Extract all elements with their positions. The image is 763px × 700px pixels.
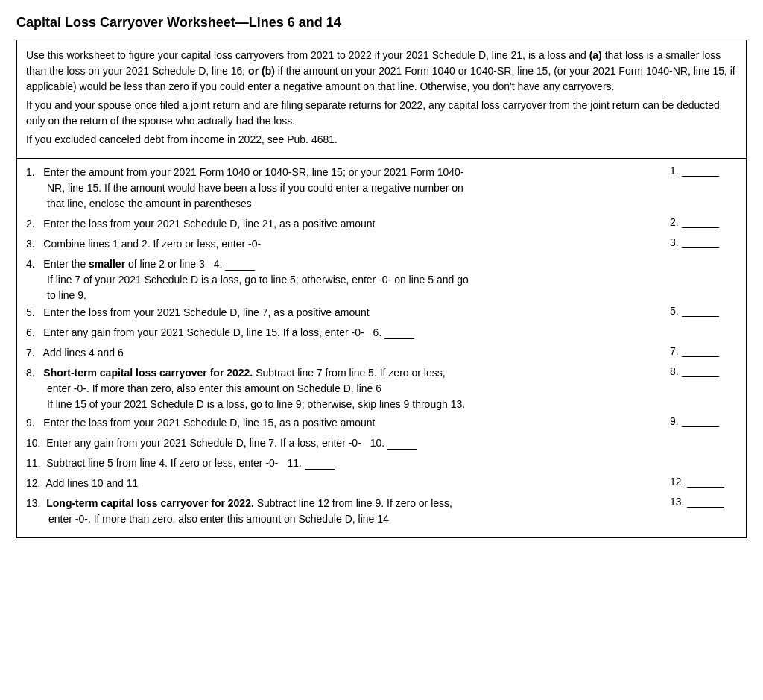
line-8-blank: [682, 365, 719, 377]
line-8-answer-label: 8.: [670, 365, 679, 377]
line-7-number: 7.: [26, 347, 40, 359]
line-6-inline-label: 6.: [373, 325, 382, 341]
line-9-number: 9.: [26, 417, 40, 429]
line-4-number: 4.: [26, 258, 40, 270]
line-1-text-cont2: that line, enclose the amount in parenth…: [47, 198, 252, 209]
line-4: 4. Enter the smaller of line 2 or line 3…: [26, 256, 737, 272]
line-1-text-cont: NR, line 15. If the amount would have be…: [47, 182, 463, 194]
line-1-number: 1.: [26, 166, 40, 178]
line-2-answer-label: 2.: [670, 216, 679, 228]
line-10-number: 10.: [26, 437, 43, 449]
line-3: 3. Combine lines 1 and 2. If zero or les…: [26, 236, 737, 252]
line-7-blank: [682, 345, 719, 357]
line-10: 10. Enter any gain from your 2021 Schedu…: [26, 435, 737, 451]
line-10-text: Enter any gain from your 2021 Schedule D…: [46, 437, 361, 449]
line-3-blank: [682, 236, 719, 248]
line-3-answer-label: 3.: [670, 236, 679, 248]
line-11-text: Subtract line 5 from line 4. If zero or …: [46, 457, 278, 469]
line-11: 11. Subtract line 5 from line 4. If zero…: [26, 455, 737, 471]
line-13: 13. Long-term capital loss carryover for…: [26, 496, 737, 527]
line-4-inline-label: 4.: [214, 256, 223, 272]
line-6-blank: [384, 327, 414, 339]
line-6-text: Enter any gain from your 2021 Schedule D…: [43, 327, 364, 338]
line-9-text: Enter the loss from your 2021 Schedule D…: [43, 417, 375, 429]
line-9-answer-label: 9.: [670, 415, 679, 427]
line-8-wrapper: 8. Short-term capital loss carryover for…: [26, 365, 737, 412]
instruction-line-2: If you and your spouse once filed a join…: [26, 98, 737, 129]
line-9-blank: [682, 415, 719, 427]
line-9: 9. Enter the loss from your 2021 Schedul…: [26, 415, 737, 431]
line-2-blank: [682, 216, 719, 228]
line-7-text: Add lines 4 and 6: [43, 347, 124, 359]
line-2-number: 2.: [26, 218, 40, 230]
line-3-number: 3.: [26, 238, 40, 250]
line-2-text: Enter the loss from your 2021 Schedule D…: [43, 218, 375, 230]
worksheet-table: 1. Enter the amount from your 2021 Form …: [16, 159, 747, 538]
line-5-answer-label: 5.: [670, 305, 679, 317]
line-11-number: 11.: [26, 457, 43, 469]
line-4-wrapper: 4. Enter the smaller of line 2 or line 3…: [26, 256, 737, 303]
line-4-text: Enter the smaller of line 2 or line 3: [43, 258, 204, 270]
line-6-number: 6.: [26, 327, 40, 338]
line-8: 8. Short-term capital loss carryover for…: [26, 365, 737, 397]
line-8-note: If line 15 of your 2021 Schedule D is a …: [47, 397, 737, 412]
line-12-blank: [687, 476, 724, 488]
line-5-number: 5.: [26, 306, 40, 318]
line-13-blank: [687, 496, 724, 508]
line-7-answer-label: 7.: [670, 345, 679, 357]
line-12-text: Add lines 10 and 11: [45, 477, 138, 489]
line-3-text: Combine lines 1 and 2. If zero or less, …: [43, 238, 261, 250]
line-11-inline-label: 11.: [287, 455, 301, 471]
instruction-line-1: Use this worksheet to figure your capita…: [26, 48, 737, 95]
line-4-blank: [225, 259, 255, 271]
line-5-blank: [682, 305, 719, 317]
line-4-note: If line 7 of your 2021 Schedule D is a l…: [47, 272, 737, 303]
line-10-inline-label: 10.: [370, 435, 384, 451]
line-13-number: 13.: [26, 497, 43, 509]
page-container: Capital Loss Carryover Worksheet—Lines 6…: [16, 15, 747, 538]
line-12: 12. Add lines 10 and 11 12.: [26, 476, 737, 491]
line-1: 1. Enter the amount from your 2021 Form …: [26, 165, 737, 212]
line-7: 7. Add lines 4 and 6 7.: [26, 345, 737, 361]
line-8-text: Short-term capital loss carryover for 20…: [43, 367, 445, 379]
line-13-text: Long-term capital loss carryover for 202…: [46, 497, 452, 509]
line-1-text: Enter the amount from your 2021 Form 104…: [43, 166, 463, 178]
line-13-answer-label: 13.: [670, 496, 684, 508]
line-12-number: 12.: [26, 477, 43, 489]
line-12-answer-label: 12.: [670, 476, 684, 488]
line-5: 5. Enter the loss from your 2021 Schedul…: [26, 305, 737, 321]
line-2: 2. Enter the loss from your 2021 Schedul…: [26, 216, 737, 232]
page-title: Capital Loss Carryover Worksheet—Lines 6…: [16, 15, 747, 31]
line-8-number: 8.: [26, 367, 40, 379]
line-11-blank: [305, 458, 335, 470]
line-1-answer-label: 1.: [670, 165, 679, 177]
line-6: 6. Enter any gain from your 2021 Schedul…: [26, 325, 737, 341]
line-1-blank: [682, 165, 719, 177]
line-10-blank: [387, 438, 417, 450]
line-5-text: Enter the loss from your 2021 Schedule D…: [43, 306, 369, 318]
instruction-box: Use this worksheet to figure your capita…: [16, 40, 747, 159]
instruction-line-3: If you excluded canceled debt from incom…: [26, 132, 737, 148]
